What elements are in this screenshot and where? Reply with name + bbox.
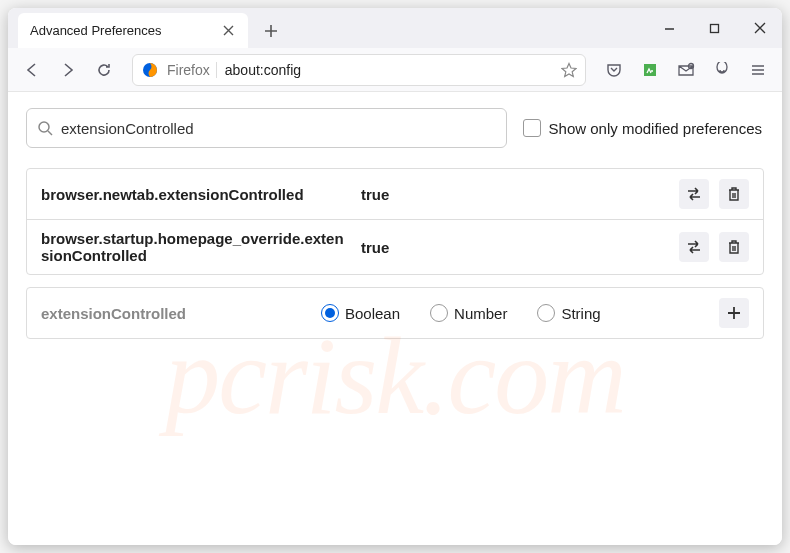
preference-name: browser.startup.homepage_override.extens… bbox=[41, 230, 351, 264]
firefox-icon bbox=[141, 61, 159, 79]
shield-icon[interactable] bbox=[706, 54, 738, 86]
preference-value: true bbox=[361, 239, 669, 256]
window-controls bbox=[647, 8, 782, 48]
preference-list: browser.newtab.extensionControlled true … bbox=[26, 168, 764, 275]
type-radio-group: Boolean Number String bbox=[321, 304, 709, 322]
close-tab-icon[interactable] bbox=[220, 23, 236, 39]
radio-icon bbox=[537, 304, 555, 322]
minimize-button[interactable] bbox=[647, 8, 692, 48]
new-preference-name: extensionControlled bbox=[41, 305, 311, 322]
preference-row: browser.newtab.extensionControlled true bbox=[27, 169, 763, 220]
preference-value: true bbox=[361, 186, 669, 203]
hamburger-menu-icon[interactable] bbox=[742, 54, 774, 86]
reload-button[interactable] bbox=[88, 54, 120, 86]
radio-boolean[interactable]: Boolean bbox=[321, 304, 400, 322]
browser-window: Advanced Preferences bbox=[8, 8, 782, 545]
close-window-button[interactable] bbox=[737, 8, 782, 48]
mail-icon[interactable] bbox=[670, 54, 702, 86]
address-bar[interactable]: Firefox about:config bbox=[132, 54, 586, 86]
radio-label: Boolean bbox=[345, 305, 400, 322]
add-button[interactable] bbox=[719, 298, 749, 328]
forward-button[interactable] bbox=[52, 54, 84, 86]
back-button[interactable] bbox=[16, 54, 48, 86]
toggle-button[interactable] bbox=[679, 179, 709, 209]
content-area: pcrisk.com Show only modified preference… bbox=[8, 92, 782, 545]
url-text: about:config bbox=[225, 62, 553, 78]
search-box[interactable] bbox=[26, 108, 507, 148]
delete-button[interactable] bbox=[719, 232, 749, 262]
toggle-button[interactable] bbox=[679, 232, 709, 262]
radio-string[interactable]: String bbox=[537, 304, 600, 322]
delete-button[interactable] bbox=[719, 179, 749, 209]
firefox-label: Firefox bbox=[167, 62, 217, 78]
modified-only-label: Show only modified preferences bbox=[549, 120, 762, 137]
radio-icon bbox=[430, 304, 448, 322]
modified-only-checkbox[interactable]: Show only modified preferences bbox=[523, 119, 764, 137]
pocket-icon[interactable] bbox=[598, 54, 630, 86]
radio-label: Number bbox=[454, 305, 507, 322]
toolbar: Firefox about:config bbox=[8, 48, 782, 92]
preference-row: browser.startup.homepage_override.extens… bbox=[27, 220, 763, 274]
radio-label: String bbox=[561, 305, 600, 322]
search-row: Show only modified preferences bbox=[26, 108, 764, 148]
tab-title: Advanced Preferences bbox=[30, 23, 162, 38]
bookmark-star-icon[interactable] bbox=[561, 62, 577, 78]
radio-number[interactable]: Number bbox=[430, 304, 507, 322]
extension-icon[interactable] bbox=[634, 54, 666, 86]
svg-rect-0 bbox=[711, 24, 719, 32]
maximize-button[interactable] bbox=[692, 8, 737, 48]
svg-point-4 bbox=[39, 122, 49, 132]
browser-tab[interactable]: Advanced Preferences bbox=[18, 13, 248, 48]
new-preference-row: extensionControlled Boolean Number Strin… bbox=[26, 287, 764, 339]
preference-name: browser.newtab.extensionControlled bbox=[41, 186, 351, 203]
titlebar: Advanced Preferences bbox=[8, 8, 782, 48]
new-tab-button[interactable] bbox=[256, 16, 286, 46]
search-icon bbox=[37, 120, 53, 136]
search-input[interactable] bbox=[61, 120, 496, 137]
checkbox-icon bbox=[523, 119, 541, 137]
radio-icon bbox=[321, 304, 339, 322]
